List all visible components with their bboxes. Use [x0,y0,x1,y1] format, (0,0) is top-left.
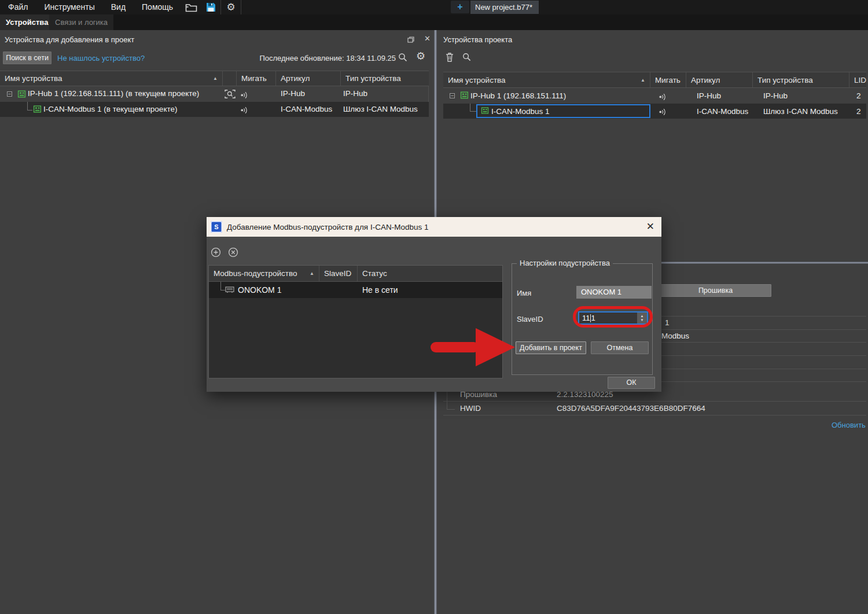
col-device-name[interactable]: Имя устройства▲ [0,71,223,86]
device-article: I-CAN-Modbus [697,107,748,116]
search-network-button[interactable]: Поиск в сети [3,52,52,64]
gear-icon[interactable]: ⚙ [416,50,425,62]
col-article[interactable]: Артикул [276,71,341,86]
collapse-icon[interactable]: – [450,93,455,98]
subdevice-status: Не в сети [362,285,398,295]
spin-down-icon[interactable]: ▼ [641,318,644,322]
col-type[interactable]: Тип устройства [341,71,429,86]
close-panel-icon[interactable]: ✕ [424,34,431,43]
subdevice-name: ONOKOM 1 [238,285,281,295]
dialog-titlebar[interactable]: S Добавление Modbus-подустройств для I-C… [207,217,661,237]
device-type: Шлюз I-CAN Modbus [763,107,838,116]
open-folder-icon[interactable] [181,0,201,14]
identify-device-icon[interactable] [225,89,236,101]
col-device-name[interactable]: Имя устройства▲ [443,72,650,87]
blink-icon[interactable] [658,92,668,102]
col-article[interactable]: Артикул [686,72,753,87]
tree-connector [447,409,455,410]
search-icon[interactable] [398,53,407,64]
new-project-tab-button[interactable]: + [451,1,469,13]
device-icon [481,106,489,116]
float-panel-icon[interactable] [407,36,414,45]
col-slaveid[interactable]: SlaveID [319,266,358,281]
col-modbus-subdevice[interactable]: Modbus-подустройство▲ [209,266,319,281]
device-article: IP-Hub [697,91,721,100]
tree-connector [220,290,225,291]
col-blink[interactable]: Мигать [237,71,276,86]
add-subdevice-icon[interactable] [211,247,221,259]
device-lid: 2 [856,107,861,116]
menu-file[interactable]: Файл [0,0,36,14]
cancel-button[interactable]: Отмена [591,341,649,354]
subdevice-settings-group: Настройки подустройства Имя ONOKOM 1 Sla… [512,263,653,375]
name-field[interactable]: ONOKOM 1 [576,286,652,299]
add-to-project-button[interactable]: Добавить в проект [516,341,586,354]
col-spacer[interactable] [223,71,237,86]
app-logo-icon: S [211,221,222,233]
property-value: C83D76A5DFA9F20443793E6B80DF7664 [557,404,705,413]
name-label: Имя [517,289,531,297]
col-blink[interactable]: Мигать [650,72,686,87]
col-type[interactable]: Тип устройства [753,72,849,87]
device-article: IP-Hub [281,89,305,98]
device-name: IP-Hub 1 (192.168.151.111) (в текущем пр… [28,89,199,98]
slaveid-label: SlaveID [517,315,543,323]
device-icon [33,105,42,115]
view-tab-bar: Устройства Связи и логика [0,14,868,30]
device-type: Шлюз I-CAN Modbus [343,105,418,113]
blink-icon[interactable] [658,107,668,117]
row-divider [443,401,866,402]
table-row[interactable]: – IP-Hub 1 (192.168.151.111) (в текущем … [0,86,429,102]
refresh-link[interactable]: Обновить [832,421,866,429]
col-lid[interactable]: LID [849,72,866,87]
device-type: IP-Hub [763,91,788,100]
menu-bar: Файл Инструменты Вид Помощь ⚙ [0,0,868,14]
device-name: I-CAN-Modbus 1 (в текущем проекте) [43,105,177,113]
left-table-header: Имя устройства▲ Мигать Артикул Тип устро… [0,71,429,86]
tab-devices[interactable]: Устройства [0,14,54,30]
table-row[interactable]: ONOKOM 1 Не в сети [209,282,502,298]
dialog-close-icon[interactable]: ✕ [646,220,654,233]
search-icon[interactable] [462,53,471,63]
device-article: I-CAN-Modbus [281,105,332,113]
dialog-body: Modbus-подустройство▲ SlaveID Статус ONO… [207,237,661,392]
subdevice-icon [225,286,234,295]
col-status[interactable]: Статус [358,266,502,281]
ok-button[interactable]: ОК [608,377,655,389]
slaveid-stepper[interactable]: 111 ▲ ▼ [578,311,648,325]
blink-icon[interactable] [240,90,249,101]
device-type: IP-Hub [343,89,367,98]
table-row[interactable]: I-CAN-Modbus 1 (в текущем проекте) I-CAN… [0,102,429,117]
trash-icon[interactable] [446,52,454,64]
gear-icon[interactable]: ⚙ [221,0,241,14]
dialog-title: Добавление Modbus-подустройств для I-CAN… [227,223,428,231]
last-update-label: Последнее обновление: 18:34 11.09.25 [231,54,396,62]
slaveid-value: 1 [591,314,595,322]
menu-view[interactable]: Вид [103,0,134,14]
left-panel-title: Устройства для добавления в проект [5,35,134,44]
table-row[interactable]: I-CAN-Modbus 1 I-CAN-Modbus Шлюз I-CAN M… [443,104,866,119]
tree-connector [470,111,476,112]
device-icon [460,91,469,101]
tree-connector [27,110,32,111]
add-modbus-subdevices-dialog: S Добавление Modbus-подустройств для I-C… [207,217,661,392]
remove-subdevice-icon[interactable] [228,247,238,259]
spinner-buttons[interactable]: ▲ ▼ [637,312,647,323]
tab-links-logic[interactable]: Связи и логика [49,14,113,30]
device-icon [17,90,26,100]
sort-asc-icon: ▲ [213,76,218,81]
device-not-found-link[interactable]: Не нашлось устройство? [57,54,145,62]
sort-asc-icon: ▲ [310,271,314,276]
save-icon[interactable] [201,0,220,14]
table-row[interactable]: – IP-Hub 1 (192.168.151.111) IP-Hub IP-H… [443,88,866,104]
blink-icon[interactable] [240,105,249,116]
right-table-header: Имя устройства▲ Мигать Артикул Тип устро… [443,72,866,88]
subdevice-table-header: Modbus-подустройство▲ SlaveID Статус [209,266,502,282]
spin-up-icon[interactable]: ▲ [641,314,644,318]
menu-help[interactable]: Помощь [134,0,181,14]
device-lid: 2 [856,91,861,100]
menu-tools[interactable]: Инструменты [36,0,102,14]
firmware-button[interactable]: Прошивка [660,284,771,297]
collapse-icon[interactable]: – [7,91,12,97]
project-tab[interactable]: New project.b77* [470,1,539,14]
